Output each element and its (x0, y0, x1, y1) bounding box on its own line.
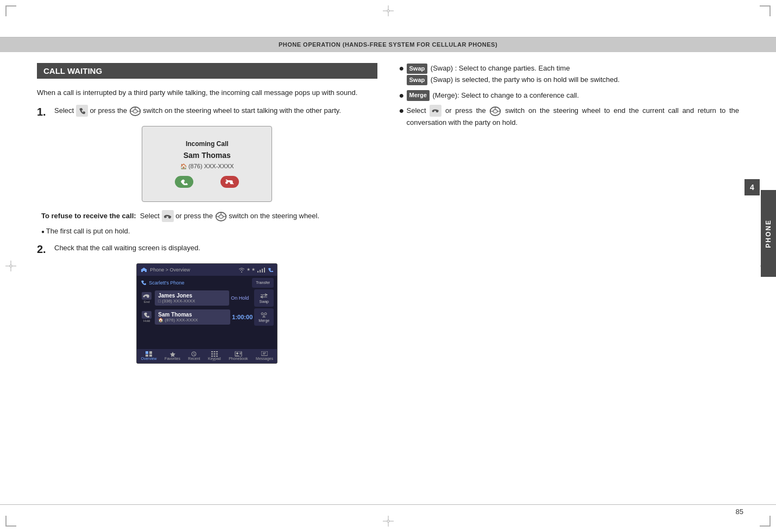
merge-icon (260, 312, 268, 318)
swap-badge-2: Swap (407, 75, 428, 86)
corner-mark-tl (5, 5, 16, 16)
step-1-select: Select (54, 106, 74, 115)
swap-badge-1: Swap (407, 64, 428, 74)
bullet-dot-3: ● (399, 105, 405, 116)
refuse-select: Select (140, 212, 160, 220)
screen1-phone: 🏠 (876) XXX-XXXX (180, 163, 234, 169)
svg-point-14 (10, 265, 12, 267)
page-number: 85 (736, 508, 743, 516)
screen2-contact1-icons: End (140, 292, 153, 303)
screen1-buttons (175, 176, 239, 188)
svg-rect-20 (76, 105, 88, 117)
signal-icon (257, 267, 266, 273)
hold-icon (142, 311, 152, 319)
swap-icon (260, 293, 268, 299)
merge-label: Merge (258, 319, 269, 322)
crosshair-top (383, 5, 394, 16)
tab-number: 4 (745, 179, 760, 195)
screen2-breadcrumb: Phone > Overview (150, 267, 190, 273)
bullet-merge-content: Merge (Merge): Select to change to a con… (407, 90, 740, 102)
intro-text: When a call is interrupted by a third pa… (37, 87, 377, 99)
decline-phone-icon (162, 210, 174, 222)
crosshair-bottom (383, 516, 394, 527)
screen2-contact2: Sam Thomas 🏠 (876) XXX-XXXX (155, 309, 230, 325)
bullet-end-call: ● Select or press the (399, 105, 740, 129)
corner-mark-br (760, 516, 771, 527)
screen2-bottom-bar: Overview Favorites Recent Keypad Phonebo… (137, 349, 277, 363)
bottom-favorites: Favorites (165, 351, 180, 360)
refuse-call-section: To refuse to receive the call: Select or… (41, 211, 377, 237)
step-1-or-press: or press the (90, 106, 127, 115)
svg-rect-37 (264, 268, 265, 273)
svg-rect-36 (262, 269, 263, 273)
first-call-hold-text: The first call is put on hold. (41, 226, 377, 237)
refuse-call-text: To refuse to receive the call: Select or… (41, 211, 377, 223)
swap-label: Swap (259, 300, 269, 303)
right-column: ● Swap (Swap) : Select to change parties… (399, 52, 740, 499)
svg-rect-48 (213, 351, 215, 352)
merge-button: Merge (254, 308, 274, 326)
side-tab-phone: PHONE (761, 190, 776, 277)
svg-point-40 (261, 313, 263, 315)
bottom-recent: Recent (188, 351, 200, 360)
step-2-number: 2. (37, 243, 50, 256)
screen2-contact1-status: On Hold (231, 295, 253, 301)
wifi-icon (238, 267, 245, 273)
bottom-overview: Overview (141, 351, 156, 360)
home-icon (140, 267, 148, 273)
step-1-number: 1. (37, 105, 50, 118)
screen2-contact2-phone: 🏠 (876) XXX-XXXX (158, 318, 227, 322)
crosshair-left (5, 261, 16, 271)
svg-point-29 (219, 215, 223, 218)
incoming-call-screen: Incoming Call Sam Thomas 🏠 (876) XXX-XXX… (142, 126, 272, 202)
answer-button (175, 176, 193, 188)
screen2-contact1: James Jones □ (336) XXX-XXXX (155, 290, 229, 306)
screen2-provider-row: Scarlett's Phone Transfer (140, 278, 274, 288)
step-1-text3: switch on the steering wheel to start ta… (143, 106, 341, 115)
screen2-contact2-icons: Hold (140, 311, 153, 322)
screen2-provider-name: Scarlett's Phone (149, 280, 184, 286)
bullet-swap: ● Swap (Swap) : Select to change parties… (399, 63, 740, 86)
answer-phone-icon (76, 105, 88, 117)
divider-top (0, 37, 776, 37)
bottom-keypad: Keypad (208, 351, 221, 360)
refuse-or-press: or press the (175, 212, 213, 220)
provider-phone-icon (140, 280, 147, 286)
screen2-topbar: Phone > Overview ★ ★ (137, 264, 277, 276)
bullet-swap-text2: (Swap) is selected, the party who is on … (431, 75, 620, 84)
svg-rect-35 (260, 270, 261, 273)
screen2-contact2-name: Sam Thomas (158, 312, 227, 318)
screen2-topbar-left: Phone > Overview (140, 267, 190, 273)
svg-point-22 (133, 110, 137, 113)
decline-button (220, 176, 239, 188)
screen2-contact1-row: End James Jones □ (336) XXX-XXXX On Hold (140, 289, 274, 307)
screen2-contact1-name: James Jones (158, 293, 226, 299)
svg-rect-34 (257, 271, 258, 273)
header-text: PHONE OPERATION (HANDS-FREE SYSTEM FOR C… (279, 41, 497, 48)
bullet-end-select: Select (407, 107, 426, 115)
screen1-title: Incoming Call (186, 140, 229, 148)
transfer-button: Transfer (252, 278, 274, 288)
step-1: 1. Select or press the switch on the s (37, 105, 377, 118)
bullet-end-or-press: or press the (445, 107, 486, 115)
svg-point-33 (241, 271, 242, 273)
phone-call-icon (267, 268, 274, 272)
svg-point-4 (387, 10, 389, 12)
bullet-dot-1: ● (399, 63, 405, 73)
svg-point-9 (387, 520, 389, 522)
header-bar: PHONE OPERATION (HANDS-FREE SYSTEM FOR C… (0, 37, 776, 52)
svg-point-57 (236, 352, 238, 354)
step-1-content: Select or press the switch on the steeri… (54, 105, 377, 117)
step-2-text: Check that the call waiting screen is di… (54, 244, 200, 252)
bullet-merge-text: (Merge): Select to change to a conferenc… (433, 91, 579, 99)
svg-rect-60 (261, 351, 268, 356)
step-2-content: Check that the call waiting screen is di… (54, 243, 377, 254)
divider-bottom (0, 504, 776, 505)
side-tab-label: PHONE (765, 219, 772, 248)
screen1-name: Sam Thomas (184, 151, 231, 160)
svg-rect-43 (149, 351, 152, 354)
main-content: CALL WAITING When a call is interrupted … (37, 52, 739, 499)
end-phone-icon (430, 105, 441, 117)
svg-point-65 (494, 110, 498, 113)
steering-wheel-decline-icon (215, 212, 227, 221)
